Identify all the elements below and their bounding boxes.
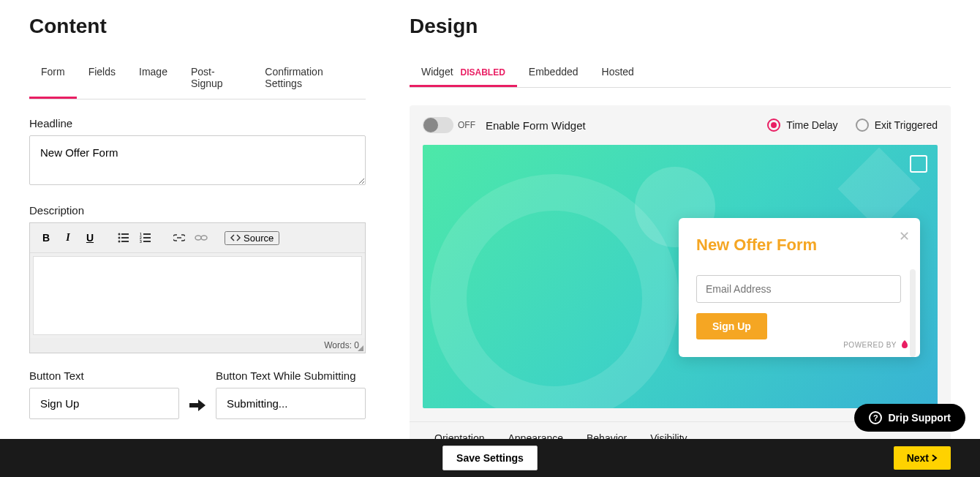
enable-widget-label: Enable Form Widget (486, 119, 586, 132)
scrollbar[interactable] (910, 269, 916, 357)
widget-controls: OFF Enable Form Widget Time Delay Exit T… (410, 105, 951, 145)
svg-point-4 (118, 241, 121, 243)
support-button[interactable]: ? Drip Support (854, 404, 965, 432)
headline-label: Headline (29, 117, 366, 129)
svg-point-13 (201, 236, 207, 240)
tab-fields[interactable]: Fields (77, 59, 127, 99)
tab-image[interactable]: Image (127, 59, 179, 99)
description-input[interactable] (33, 256, 362, 335)
design-heading: Design (410, 15, 951, 38)
design-panel: Design Widget DISABLED Embedded Hosted O… (410, 15, 951, 439)
svg-point-2 (118, 237, 121, 239)
radio-time-delay[interactable]: Time Delay (767, 119, 837, 132)
button-text-input[interactable] (29, 388, 179, 419)
button-text-label: Button Text (29, 369, 179, 382)
headline-input[interactable]: New Offer Form (29, 135, 366, 185)
underline-icon[interactable]: U (80, 228, 100, 248)
svg-rect-5 (121, 241, 129, 242)
radio-time-delay-label: Time Delay (786, 119, 837, 131)
bullet-list-icon[interactable] (113, 228, 134, 248)
source-button[interactable]: Source (225, 231, 279, 245)
tab-widget[interactable]: Widget DISABLED (410, 59, 517, 87)
expand-icon[interactable] (910, 155, 927, 173)
svg-text:3: 3 (140, 239, 142, 243)
email-field[interactable] (696, 275, 901, 303)
svg-rect-11 (143, 241, 151, 242)
svg-point-12 (195, 236, 201, 240)
button-text-submitting-label: Button Text While Submitting (216, 369, 366, 382)
trigger-radio-group: Time Delay Exit Triggered (767, 119, 938, 132)
source-label: Source (244, 233, 274, 244)
editor-footer: Words: 0 (30, 338, 365, 353)
button-text-submitting-input[interactable] (216, 388, 366, 419)
toggle-state-label: OFF (458, 120, 475, 130)
tab-widget-badge: DISABLED (460, 67, 505, 78)
radio-exit-triggered[interactable]: Exit Triggered (856, 119, 938, 132)
widget-title: New Offer Form (696, 236, 902, 255)
description-editor: B I U 123 (29, 222, 366, 353)
save-settings-button[interactable]: Save Settings (442, 446, 538, 470)
resize-handle-icon[interactable] (358, 345, 363, 351)
footer-bar: Save Settings Next (0, 439, 980, 477)
tab-embedded[interactable]: Embedded (517, 59, 590, 87)
next-label: Next (907, 452, 929, 464)
help-icon: ? (869, 411, 882, 424)
next-button[interactable]: Next (894, 446, 951, 470)
tab-post-signup[interactable]: Post-Signup (179, 59, 253, 99)
support-label: Drip Support (888, 412, 951, 424)
svg-rect-3 (121, 237, 129, 238)
tab-widget-label: Widget (421, 66, 453, 78)
radio-exit-triggered-label: Exit Triggered (875, 119, 938, 131)
description-label: Description (29, 204, 366, 217)
tab-hosted[interactable]: Hosted (590, 59, 646, 87)
content-panel: Content Form Fields Image Post-Signup Co… (29, 15, 366, 439)
drip-logo-icon (900, 339, 910, 350)
arrow-right-icon (188, 399, 207, 419)
powered-by-label: POWERED BY (843, 339, 910, 350)
svg-point-0 (118, 233, 121, 236)
editor-toolbar: B I U 123 (30, 223, 365, 253)
chevron-right-icon (932, 454, 938, 462)
close-icon[interactable]: ✕ (899, 228, 910, 244)
content-tabs: Form Fields Image Post-Signup Confirmati… (29, 59, 366, 99)
svg-rect-7 (143, 233, 151, 235)
enable-widget-toggle[interactable]: OFF (423, 117, 475, 133)
content-heading: Content (29, 15, 366, 38)
svg-rect-1 (121, 233, 129, 235)
words-count: Words: 0 (324, 340, 359, 350)
signup-button[interactable]: Sign Up (696, 313, 767, 339)
link-icon[interactable] (169, 228, 189, 248)
form-widget-preview: ✕ New Offer Form Sign Up POWERED BY (679, 218, 920, 357)
svg-rect-9 (143, 237, 151, 238)
tab-confirmation-settings[interactable]: Confirmation Settings (253, 59, 366, 99)
tab-form[interactable]: Form (29, 59, 77, 99)
preview-canvas: ✕ New Offer Form Sign Up POWERED BY (423, 145, 938, 408)
italic-icon[interactable]: I (58, 228, 78, 248)
bold-icon[interactable]: B (36, 228, 56, 248)
unlink-icon[interactable] (191, 228, 211, 248)
design-tabs: Widget DISABLED Embedded Hosted (410, 59, 951, 88)
numbered-list-icon[interactable]: 123 (135, 228, 156, 248)
